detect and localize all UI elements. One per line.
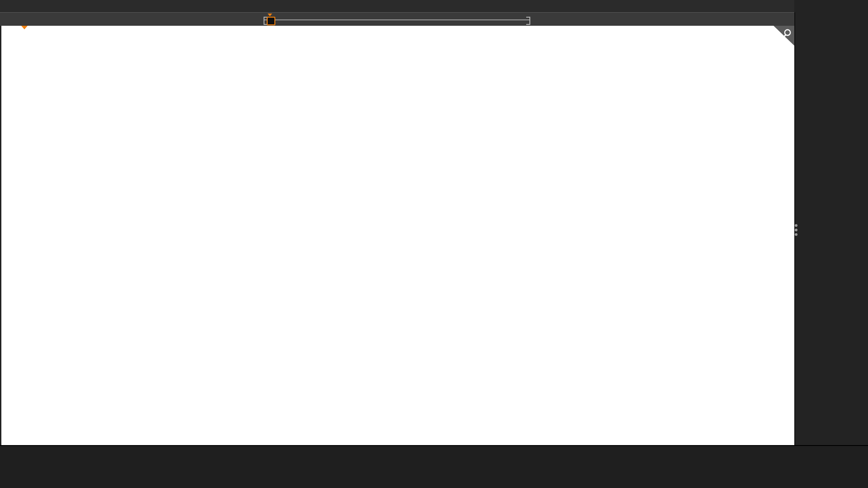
minimap-right-bracket[interactable]	[526, 17, 530, 25]
menu-bar	[0, 0, 794, 12]
minimap-trigger-caret-icon	[268, 14, 272, 16]
minimap-range-bar[interactable]	[264, 19, 529, 20]
waveform-view-tabbar	[0, 12, 794, 26]
oscilloscope-screen	[0, 0, 868, 488]
waveform-canvas	[1, 26, 794, 445]
minimap-trigger-flag[interactable]	[267, 17, 275, 25]
bottom-bar	[0, 445, 868, 488]
drag-handle-dot[interactable]	[795, 229, 797, 231]
tektronix-logo	[797, 0, 865, 12]
drag-handle-dot[interactable]	[795, 233, 797, 236]
trigger-position-marker-icon[interactable]	[21, 26, 28, 29]
waveform-plot-area[interactable]	[1, 26, 794, 445]
drag-handle-dot[interactable]	[795, 224, 797, 227]
